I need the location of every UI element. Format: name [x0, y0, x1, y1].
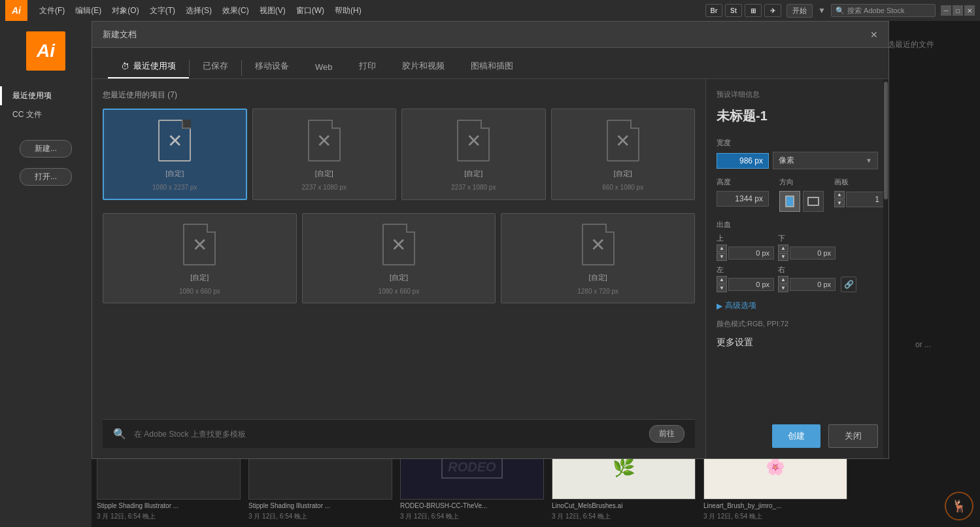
tab-saved[interactable]: 已保存 [190, 55, 241, 78]
sidebar-nav: 最近使用项 CC 文件 [0, 81, 92, 129]
right-scrollbar[interactable] [883, 79, 888, 458]
bleed-top-input[interactable] [728, 246, 774, 260]
send-btn[interactable]: ✈ [764, 4, 781, 17]
recent-count-label: 您最近使用的项目 (7) [103, 90, 695, 101]
bleed-right-input-row: ▲ ▼ [778, 276, 836, 292]
file-card-3[interactable]: ✕ [自定] 660 x 1080 px [551, 109, 696, 200]
bleed-left-input[interactable] [728, 278, 774, 291]
tab-film[interactable]: 胶片和视频 [389, 55, 458, 78]
tab-print[interactable]: 打印 [346, 55, 389, 78]
menu-effect[interactable]: 效果(C) [218, 0, 253, 21]
tab-recent[interactable]: ⏱ 最近使用项 [108, 55, 189, 78]
file-size-5: 1080 x 660 px [379, 288, 420, 295]
left-sidebar: Ai 最近使用项 CC 文件 新建... 打开... [0, 21, 92, 527]
modal-search-input[interactable] [134, 430, 641, 439]
stock-search-bar[interactable]: 🔍 搜索 Adobe Stock [831, 4, 936, 17]
tab-art[interactable]: 图稿和插图 [458, 55, 526, 78]
tab-recent-label: 最近使用项 [133, 60, 176, 72]
bleed-right-down-btn[interactable]: ▼ [778, 284, 788, 292]
modal-action-btns: 创建 关闭 [717, 409, 878, 448]
bleed-top-up-btn[interactable]: ▲ [717, 245, 727, 252]
modal-left: 您最近使用的项目 (7) ✕ [自定] 1080 x 2237 px [92, 79, 705, 458]
bleed-bottom-input[interactable] [790, 246, 836, 260]
tab-web[interactable]: Web [302, 57, 346, 78]
bleed-link-btn[interactable]: 🔗 [841, 277, 856, 292]
width-row: 像素 ▼ [717, 152, 878, 169]
bleed-bottom-up-btn[interactable]: ▲ [778, 245, 788, 252]
sidebar-item-recent[interactable]: 最近使用项 [0, 86, 92, 105]
menu-text[interactable]: 文字(T) [146, 0, 179, 21]
menu-window[interactable]: 窗口(W) [292, 0, 328, 21]
bleed-bottom-down-btn[interactable]: ▼ [778, 253, 788, 261]
sidebar-new-btn[interactable]: 新建... [20, 140, 72, 158]
file-size-6: 1280 x 720 px [577, 288, 618, 295]
menu-file[interactable]: 文件(F) [35, 0, 69, 21]
width-field-group: 宽度 像素 ▼ [717, 138, 878, 169]
bleed-bottom-stepper: ▲ ▼ [778, 245, 788, 261]
canvas-input[interactable] [846, 192, 885, 207]
height-field-group: 高度 [717, 177, 769, 207]
clock-icon: ⏱ [121, 61, 129, 71]
file-card-0[interactable]: ✕ [自定] 1080 x 2237 px [103, 109, 247, 200]
tab-art-label: 图稿和插图 [471, 60, 513, 72]
bleed-left-label: 左 [717, 265, 774, 275]
bleed-top-down-btn[interactable]: ▼ [717, 253, 727, 261]
bleed-left-up-btn[interactable]: ▲ [717, 276, 727, 284]
stock-btn[interactable]: St [725, 4, 742, 17]
portrait-btn[interactable] [779, 191, 800, 212]
grid-btn[interactable]: ⊞ [745, 4, 762, 17]
tab-mobile[interactable]: 移动设备 [242, 55, 302, 78]
bleed-bottom-item: 下 ▲ ▼ [778, 233, 836, 261]
advanced-options-label: 高级选项 [725, 300, 756, 311]
start-dropdown-arrow[interactable]: ▼ [818, 6, 826, 15]
stock-search-icon: 🔍 [836, 7, 845, 15]
modal-close-btn[interactable]: ✕ [868, 28, 881, 41]
file-card-4[interactable]: ✕ [自定] 1080 x 660 px [103, 213, 297, 303]
bleed-right-up-btn[interactable]: ▲ [778, 276, 788, 284]
menu-edit[interactable]: 编辑(E) [71, 0, 105, 21]
close-doc-btn[interactable]: 关闭 [828, 424, 878, 448]
maximize-btn[interactable]: □ [953, 5, 963, 16]
file-icon-0: ✕ [155, 118, 194, 163]
bleed-left-down-btn[interactable]: ▼ [717, 284, 727, 292]
file-card-1[interactable]: ✕ [自定] 2237 x 1080 px [252, 109, 397, 200]
bleed-top-item: 上 ▲ ▼ [717, 233, 774, 261]
sidebar-item-cc[interactable]: CC 文件 [0, 105, 92, 124]
portrait-icon [785, 196, 794, 207]
advanced-options[interactable]: ▶ 高级选项 [717, 300, 878, 311]
file-card-2[interactable]: ✕ [自定] 2237 x 1080 px [401, 109, 546, 200]
canvas-down-btn[interactable]: ▼ [834, 199, 845, 207]
preset-title: 未标题-1 [717, 107, 878, 125]
bleed-right-stepper: ▲ ▼ [778, 276, 788, 292]
file-card-5[interactable]: ✕ [自定] 1080 x 660 px [302, 213, 496, 303]
landscape-btn[interactable] [803, 191, 824, 212]
modal-search-go-btn[interactable]: 前往 [649, 425, 684, 443]
bleed-right-input[interactable] [790, 278, 836, 291]
start-btn[interactable]: 开始 [786, 4, 813, 18]
height-input[interactable] [717, 191, 769, 207]
tab-saved-label: 已保存 [203, 60, 228, 72]
minimize-btn[interactable]: ─ [941, 5, 951, 16]
menu-help[interactable]: 帮助(H) [331, 0, 365, 21]
file-icon-5: ✕ [379, 222, 418, 267]
sidebar-open-btn[interactable]: 打开... [20, 168, 72, 186]
width-input[interactable] [717, 153, 769, 169]
file-name-6: [自定] [589, 273, 607, 282]
modal-body: 您最近使用的项目 (7) ✕ [自定] 1080 x 2237 px [92, 79, 888, 458]
modal-overlay: 新建文档 ✕ ⏱ 最近使用项 已保存 移动设备 Web 打印 [92, 21, 941, 527]
tab-web-label: Web [315, 62, 333, 72]
width-label: 宽度 [717, 138, 878, 148]
file-card-6[interactable]: ✕ [自定] 1280 x 720 px [501, 213, 695, 303]
create-btn[interactable]: 创建 [772, 424, 820, 448]
file-icon-bg-3: ✕ [607, 120, 639, 162]
file-x-3: ✕ [615, 130, 630, 152]
canvas-up-btn[interactable]: ▲ [834, 191, 845, 199]
more-settings-btn[interactable]: 更多设置 [717, 337, 878, 348]
width-unit-select[interactable]: 像素 ▼ [773, 152, 878, 169]
menu-select[interactable]: 选择(S) [182, 0, 216, 21]
close-btn[interactable]: ✕ [964, 5, 975, 16]
menu-object[interactable]: 对象(O) [108, 0, 143, 21]
file-x-4: ✕ [192, 234, 207, 256]
bridge-btn[interactable]: Br [705, 4, 722, 17]
menu-view[interactable]: 视图(V) [256, 0, 290, 21]
